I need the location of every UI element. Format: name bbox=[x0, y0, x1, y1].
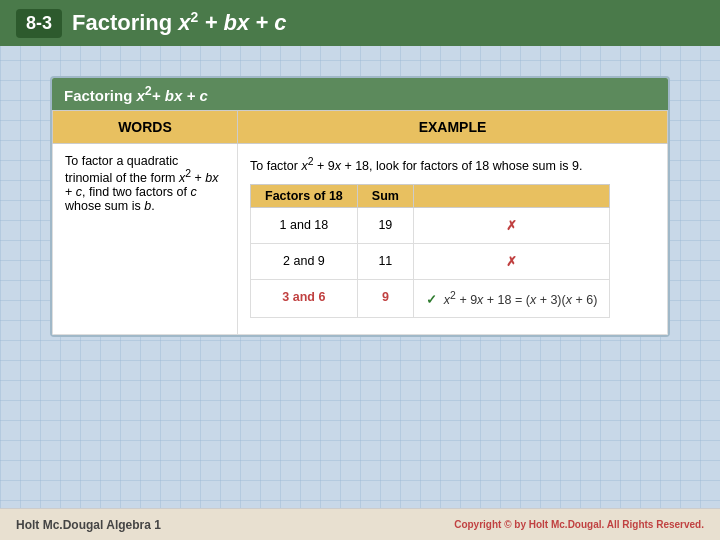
footer-left: Holt Mc.Dougal Algebra 1 bbox=[16, 518, 161, 532]
mark-cell: ✗ bbox=[413, 243, 609, 279]
page-wrapper: 8-3 Factoring x2 + bx + c Factoring x2+ … bbox=[0, 0, 720, 540]
lesson-badge: 8-3 bbox=[16, 9, 62, 38]
infobox-title-exp: 2 bbox=[145, 84, 152, 98]
factors-header: Factors of 18 bbox=[251, 184, 358, 207]
main-content: Factoring x2+ bx + c WORDS EXAMPLE To fa… bbox=[0, 46, 720, 508]
example-intro: To factor x2 + 9x + 18, look for factors… bbox=[250, 154, 655, 176]
words-text: To factor a quadratic trinomial of the f… bbox=[65, 154, 218, 213]
infobox-title-var: x bbox=[137, 87, 145, 104]
footer: Holt Mc.Dougal Algebra 1 Copyright © by … bbox=[0, 508, 720, 540]
header-bar: 8-3 Factoring x2 + bx + c bbox=[0, 0, 720, 46]
words-column: To factor a quadratic trinomial of the f… bbox=[53, 144, 238, 335]
header-title: Factoring x2 + bx + c bbox=[72, 9, 286, 36]
infobox-title-prefix: Factoring bbox=[64, 87, 137, 104]
words-header: WORDS bbox=[53, 111, 238, 144]
mark-cell-highlight: ✓ x2 + 9x + 18 = (x + 3)(x + 6) bbox=[413, 279, 609, 317]
factors-cell-highlight: 3 and 6 bbox=[251, 279, 358, 317]
sum-cell-highlight: 9 bbox=[357, 279, 413, 317]
info-box-header: Factoring x2+ bx + c bbox=[52, 78, 668, 110]
factors-row-1: 1 and 18 19 ✗ bbox=[251, 207, 610, 243]
footer-right: Copyright © by Holt Mc.Dougal. All Right… bbox=[454, 519, 704, 530]
mark-cell: ✗ bbox=[413, 207, 609, 243]
title-suffix: + bx + c bbox=[198, 11, 286, 36]
footer-copyright: Copyright © by Holt Mc.Dougal. bbox=[454, 519, 604, 530]
sum-cell: 19 bbox=[357, 207, 413, 243]
example-header: EXAMPLE bbox=[238, 111, 668, 144]
sum-header: Sum bbox=[357, 184, 413, 207]
factors-row-3: 3 and 6 9 ✓ x2 + 9x + 18 = (x + 3)(x + 6… bbox=[251, 279, 610, 317]
factors-row-2: 2 and 9 11 ✗ bbox=[251, 243, 610, 279]
factors-cell: 1 and 18 bbox=[251, 207, 358, 243]
sum-cell: 11 bbox=[357, 243, 413, 279]
footer-rights: All Rights Reserved. bbox=[604, 519, 704, 530]
infobox-title-suffix: + bx + c bbox=[152, 87, 208, 104]
example-column: To factor x2 + 9x + 18, look for factors… bbox=[238, 144, 668, 335]
title-var: x bbox=[178, 11, 190, 36]
content-table: WORDS EXAMPLE To factor a quadratic trin… bbox=[52, 110, 668, 335]
info-box: Factoring x2+ bx + c WORDS EXAMPLE To fa… bbox=[50, 76, 670, 337]
factors-table: Factors of 18 Sum 1 and 18 19 bbox=[250, 184, 610, 318]
factors-cell: 2 and 9 bbox=[251, 243, 358, 279]
title-prefix: Factoring bbox=[72, 11, 178, 36]
